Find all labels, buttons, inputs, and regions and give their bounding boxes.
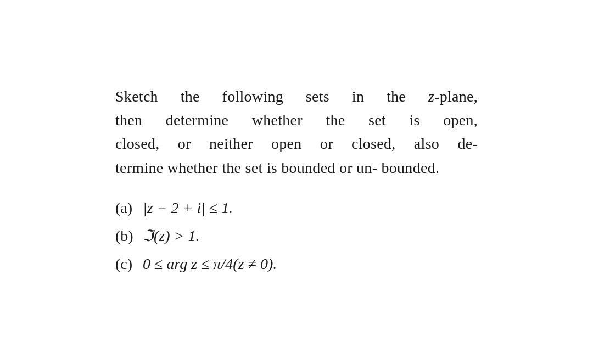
problem-math-a: |z − 2 + i| ≤ 1.: [143, 196, 233, 221]
problem-label-b: (b): [115, 224, 137, 249]
main-content: Sketch the following sets in the z-plane…: [110, 74, 483, 291]
problem-label-a: (a): [115, 196, 137, 221]
problem-label-c: (c): [115, 252, 137, 277]
problem-item-b: (b) ℑ(z) > 1.: [115, 224, 478, 249]
intro-paragraph: Sketch the following sets in the z-plane…: [115, 85, 478, 180]
problem-item-a: (a) |z − 2 + i| ≤ 1.: [115, 196, 478, 221]
problem-math-b: ℑ(z) > 1.: [143, 224, 199, 249]
problem-math-c: 0 ≤ arg z ≤ π/4(z ≠ 0).: [143, 252, 277, 277]
problems-list: (a) |z − 2 + i| ≤ 1. (b) ℑ(z) > 1. (c) 0…: [115, 196, 478, 276]
problem-item-c: (c) 0 ≤ arg z ≤ π/4(z ≠ 0).: [115, 252, 478, 277]
